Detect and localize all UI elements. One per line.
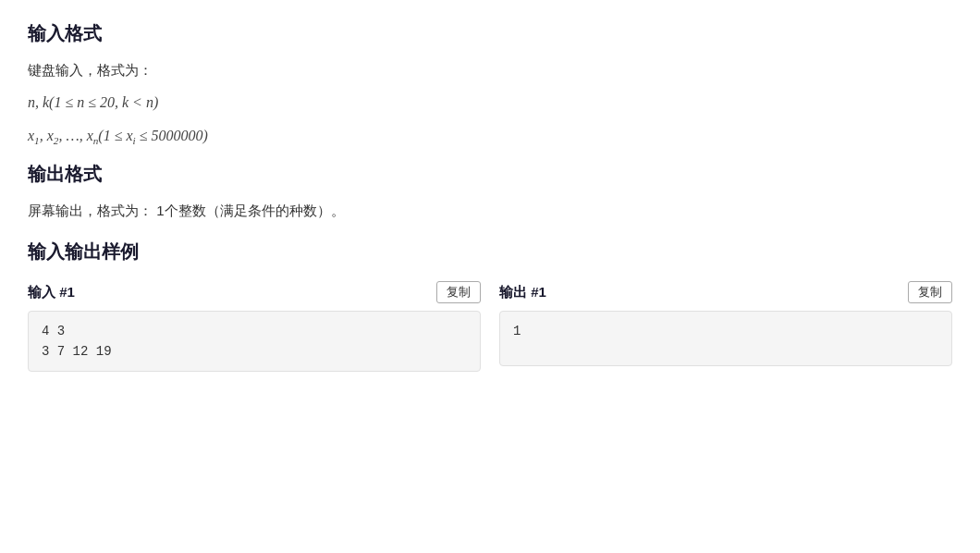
input-format-title: 输入格式 [28,18,952,48]
input-content: 4 3 3 7 12 19 [28,311,481,373]
math-line-2: x1, x2, …, xn(1 ≤ xi ≤ 5000000) [28,124,952,150]
input-copy-button[interactable]: 复制 [436,281,481,303]
output-content: 1 [499,311,952,366]
input-format-section: 输入格式 键盘输入，格式为： n, k(1 ≤ n ≤ 20, k < n) x… [28,18,952,150]
output-format-section: 输出格式 屏幕输出，格式为： 1个整数（满足条件的种数）。 [28,159,952,222]
output-copy-button[interactable]: 复制 [908,281,952,303]
output-format-description: 屏幕输出，格式为： 1个整数（满足条件的种数）。 [28,200,952,222]
output-label: 输出 #1 [499,281,546,303]
output-box: 输出 #1 复制 1 [499,281,952,366]
input-header: 输入 #1 复制 [28,281,481,303]
examples-title: 输入输出样例 [28,237,952,266]
examples-section: 输入输出样例 输入 #1 复制 4 3 3 7 12 19 输出 #1 复制 1 [28,237,952,373]
input-label: 输入 #1 [28,281,75,303]
input-box: 输入 #1 复制 4 3 3 7 12 19 [28,281,481,373]
io-row: 输入 #1 复制 4 3 3 7 12 19 输出 #1 复制 1 [28,281,952,373]
math-line-1: n, k(1 ≤ n ≤ 20, k < n) [28,91,952,115]
output-format-title: 输出格式 [28,159,952,189]
input-format-description: 键盘输入，格式为： [28,59,952,81]
output-header: 输出 #1 复制 [499,281,952,303]
